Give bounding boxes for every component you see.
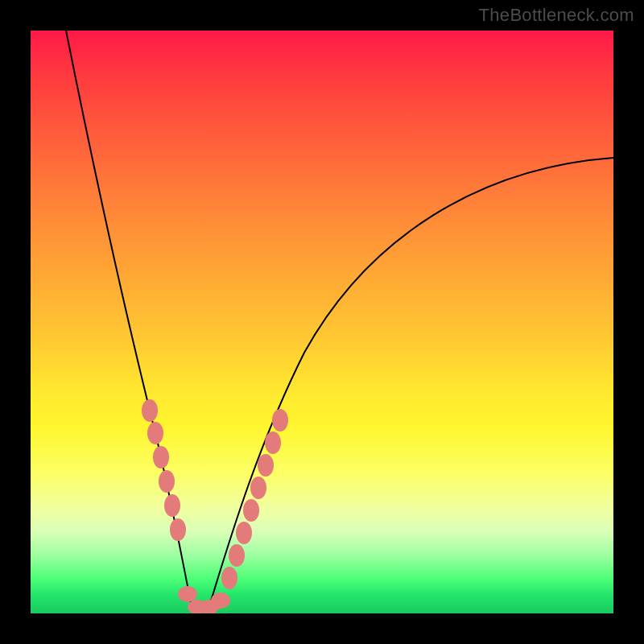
plot-area xyxy=(31,31,613,613)
marker-dot xyxy=(265,431,281,454)
marker-dot xyxy=(159,470,175,493)
marker-dot xyxy=(153,446,169,469)
marker-group xyxy=(142,399,288,613)
marker-dot xyxy=(170,518,186,541)
marker-dot xyxy=(272,409,288,431)
marker-dot xyxy=(243,499,259,522)
watermark-text: TheBottleneck.com xyxy=(479,5,634,26)
chart-svg xyxy=(31,31,613,613)
marker-dot xyxy=(178,586,197,602)
curve-right-branch xyxy=(209,158,613,606)
marker-dot xyxy=(164,494,180,517)
curve-left-branch xyxy=(66,31,192,606)
marker-dot xyxy=(147,422,163,444)
marker-dot xyxy=(250,477,266,499)
marker-dot xyxy=(229,544,245,567)
marker-dot xyxy=(221,567,237,589)
chart-frame: TheBottleneck.com xyxy=(0,0,644,644)
marker-dot xyxy=(211,592,230,609)
marker-dot xyxy=(258,454,274,477)
marker-dot xyxy=(236,522,252,544)
curve-group xyxy=(66,31,613,610)
marker-dot xyxy=(142,399,158,422)
